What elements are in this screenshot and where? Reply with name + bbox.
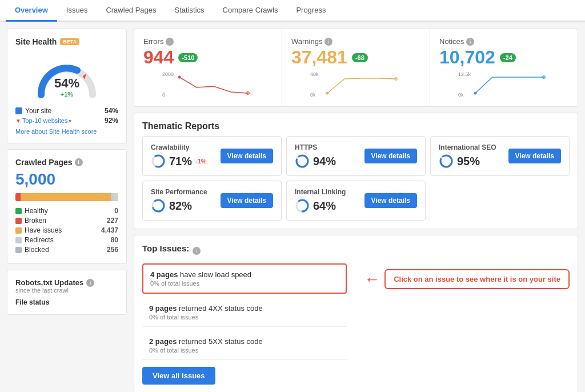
errors-title: Errors i (143, 37, 273, 46)
report-site-perf: Site Performance 82% View details (142, 181, 282, 221)
svg-point-12 (543, 76, 546, 79)
robots-file-status: File status (15, 298, 118, 306)
tab-statistics[interactable]: Statistics (166, 0, 214, 22)
dot-redirects (15, 237, 22, 243)
warnings-title: Warnings i (291, 37, 420, 46)
your-site-dot (15, 107, 22, 114)
tab-compare-crawls[interactable]: Compare Crawls (214, 0, 287, 22)
https-view-btn[interactable]: View details (364, 149, 417, 163)
robots-card: Robots.txt Updates i since the last craw… (7, 270, 127, 315)
svg-point-3 (178, 76, 181, 79)
top-issues-title: Top Issues: (142, 243, 189, 253)
issue-row-2[interactable]: 9 pages returned 4XX status code 0% of t… (142, 298, 347, 327)
crawled-pages-info-icon[interactable]: i (75, 158, 83, 166)
issues-list: 4 pages have slow load speed 0% of total… (142, 263, 347, 385)
status-blocked: Blocked 256 (15, 246, 118, 254)
crawlability-circle-icon (151, 154, 166, 169)
status-redirects: Redirects 80 (15, 236, 118, 244)
robots-subtitle: since the last crawl (15, 287, 118, 294)
tab-issues[interactable]: Issues (57, 0, 97, 22)
site-perf-circle-icon (151, 198, 166, 213)
intl-seo-circle-icon (439, 154, 454, 169)
site-health-title: Site Health BETA (15, 37, 118, 46)
gauge-label: 54% +1% (54, 76, 79, 98)
notices-info-icon[interactable]: i (466, 38, 474, 46)
warnings-delta: -68 (352, 53, 368, 62)
dot-blocked (15, 247, 22, 253)
status-broken: Broken 227 (15, 217, 118, 225)
robots-title: Robots.txt Updates (15, 278, 83, 287)
svg-text:0k: 0k (458, 92, 464, 98)
svg-text:40k: 40k (310, 71, 319, 77)
issue-row-3[interactable]: 2 pages returned 5XX status code 0% of t… (142, 331, 347, 360)
nav-tabs: Overview Issues Crawled Pages Statistics… (0, 0, 585, 22)
internal-linking-view-btn[interactable]: View details (364, 193, 417, 208)
thematic-title: Thematic Reports (142, 121, 570, 131)
legend-top10: ▼ Top-10 websites ▾ 92% (15, 117, 118, 125)
warnings-chart: 40k 0k (291, 70, 420, 99)
crawlability-view-btn[interactable]: View details (221, 149, 273, 163)
svg-point-11 (474, 92, 477, 95)
errors-chart: 2000 0 (143, 70, 273, 99)
crawled-pages-card: Crawled Pages i 5,000 Healthy 0 (7, 149, 127, 264)
annotation-box: Click on an issue to see where it is on … (384, 269, 570, 289)
notices-delta: -24 (500, 53, 516, 62)
top-issues-header: Top Issues: i (142, 243, 570, 258)
internal-linking-circle-icon (295, 198, 310, 213)
warnings-card: Warnings i 37,481 -68 40k 0k (282, 29, 430, 106)
notices-card: Notices i 10,702 -24 12.5k 0k (430, 29, 578, 106)
dot-broken (15, 218, 22, 224)
top-issues-info-icon[interactable]: i (193, 247, 201, 255)
warnings-info-icon[interactable]: i (324, 38, 332, 46)
site-health-card: Site Health BETA 54% +1% (7, 29, 127, 143)
errors-card: Errors i 944 -510 2000 0 (134, 29, 282, 106)
notices-chart: 12.5k 0k (439, 70, 568, 99)
errors-value: 944 -510 (143, 47, 273, 68)
report-intl-seo: International SEO 95% View details (430, 136, 570, 176)
beta-badge: BETA (60, 38, 79, 45)
warnings-value: 37,481 -68 (291, 47, 420, 68)
robots-info-icon[interactable]: i (86, 279, 94, 287)
notices-value: 10,702 -24 (439, 47, 568, 68)
reports-grid: Crawlability 71% -1% View details (142, 136, 570, 221)
site-perf-view-btn[interactable]: View details (221, 193, 273, 208)
svg-point-4 (247, 92, 250, 95)
issue-annotation: ← Click on an issue to see where it is o… (364, 269, 570, 289)
dot-issues (15, 227, 22, 234)
status-have-issues: Have issues 4,437 (15, 226, 118, 234)
svg-text:0: 0 (162, 92, 165, 98)
legend-your-site: Your site 54% (15, 107, 118, 115)
tab-crawled-pages[interactable]: Crawled Pages (97, 0, 165, 22)
metrics-row: Errors i 944 -510 2000 0 Warning (134, 29, 578, 107)
svg-text:0k: 0k (310, 92, 316, 98)
tab-overview[interactable]: Overview (6, 0, 57, 22)
bar-issues (21, 193, 111, 201)
top-issues-section: Top Issues: i 4 pages have slow load spe… (134, 235, 578, 392)
report-https: HTTPS 94% View details (286, 136, 426, 176)
notices-title: Notices i (439, 37, 568, 46)
thematic-reports-section: Thematic Reports Crawlability 71% -1% (134, 113, 578, 229)
issue-row-1[interactable]: 4 pages have slow load speed 0% of total… (142, 263, 347, 294)
view-all-issues-btn[interactable]: View all issues (142, 367, 215, 385)
svg-point-8 (395, 78, 398, 81)
gauge-chart: 54% +1% (15, 52, 118, 103)
red-arrow-icon: ← (364, 270, 380, 289)
intl-seo-view-btn[interactable]: View details (508, 149, 561, 163)
svg-point-7 (326, 92, 329, 95)
report-crawlability: Crawlability 71% -1% View details (142, 136, 282, 176)
https-circle-icon (295, 154, 310, 169)
errors-info-icon[interactable]: i (166, 38, 174, 46)
status-healthy: Healthy 0 (15, 207, 118, 215)
errors-delta: -510 (178, 53, 198, 62)
crawled-pages-count: 5,000 (15, 170, 118, 189)
crawled-pages-bar (15, 193, 118, 201)
report-internal-linking: Internal Linking 64% View details (286, 181, 426, 221)
tab-progress[interactable]: Progress (287, 0, 335, 22)
svg-text:2000: 2000 (162, 71, 174, 77)
svg-text:12.5k: 12.5k (458, 71, 471, 77)
bar-blocked (114, 193, 118, 201)
top10-arrow: ▼ (15, 118, 21, 124)
more-site-health-link[interactable]: More about Site Health score (15, 128, 118, 135)
crawled-pages-title: Crawled Pages i (15, 158, 118, 167)
bar-broken (15, 193, 21, 201)
